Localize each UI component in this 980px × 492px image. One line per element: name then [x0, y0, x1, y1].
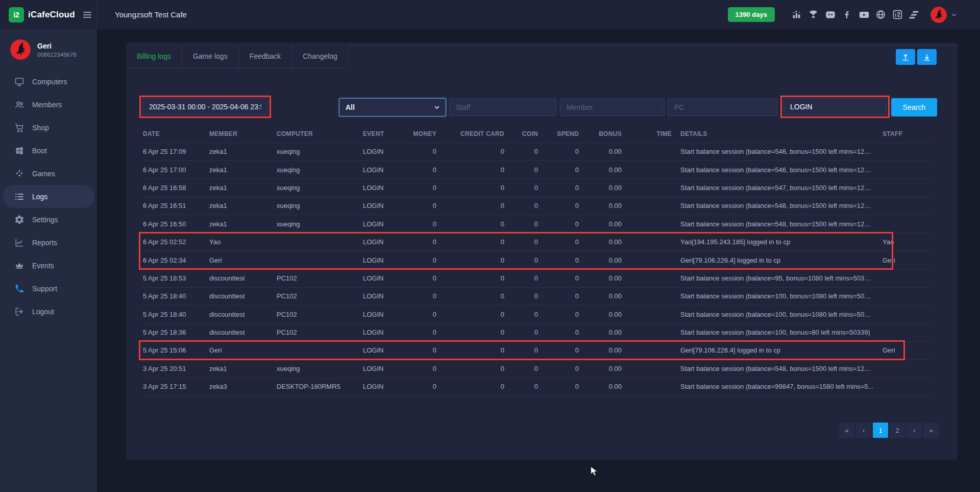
tab-feedback[interactable]: Feedback	[239, 45, 292, 67]
pc-input[interactable]	[668, 99, 777, 116]
last-page-button[interactable]: »	[923, 423, 939, 438]
facebook-icon[interactable]	[842, 9, 852, 20]
sidebar-item-label: Boot	[32, 147, 47, 155]
brand: i2 iCafeCloud	[0, 0, 97, 29]
logout-icon	[14, 307, 24, 317]
upload-icon	[901, 53, 910, 62]
avatar	[10, 39, 31, 60]
chart-icon	[14, 238, 24, 248]
discord-icon[interactable]	[825, 9, 836, 20]
sidebar-item-label: Shop	[32, 124, 49, 132]
days-remaining-badge[interactable]: 1390 days	[728, 7, 775, 22]
search-button[interactable]: Search	[891, 98, 937, 116]
user-name: Geri	[37, 42, 77, 50]
icafecloud-icon[interactable]	[892, 9, 903, 20]
sidebar-item-label: Reports	[32, 239, 57, 247]
tab-changelog[interactable]: Changelog	[292, 45, 348, 67]
youtube-icon[interactable]	[859, 9, 869, 20]
download-icon	[922, 53, 932, 62]
sidebar-item-shop[interactable]: Shop	[0, 116, 97, 139]
sidebar-item-settings[interactable]: Settings	[0, 208, 97, 231]
layers-icon[interactable]	[909, 9, 920, 20]
sidebar-item-members[interactable]: Members	[0, 93, 97, 116]
content-card: Billing logsGame logsFeedbackChangelog A…	[126, 42, 958, 460]
table-row: 5 Apr 25 18:40discounttestPC102LOGIN0000…	[143, 306, 932, 323]
hamburger-menu-icon[interactable]	[82, 9, 93, 20]
trophy-icon[interactable]	[808, 9, 819, 20]
table-row: 3 Apr 25 17:15zeka3DESKTOP-180RMR5LOGIN0…	[143, 378, 932, 395]
ranking-icon[interactable]	[791, 9, 802, 20]
table-row: 6 Apr 25 02:52YaoLOGIN00000.00Yao[194.19…	[143, 233, 932, 251]
table-row: 5 Apr 25 18:40discounttestPC102LOGIN0000…	[143, 287, 932, 305]
column-header-spend: SPEND	[538, 125, 579, 143]
chevron-down-icon[interactable]	[950, 11, 958, 18]
crown-icon	[14, 261, 24, 271]
sidebar-item-boot[interactable]: Boot	[0, 139, 97, 162]
brand-name: iCafeCloud	[28, 10, 75, 20]
sidebar-item-label: Settings	[32, 216, 58, 224]
gear-icon	[14, 215, 24, 225]
table-row: 6 Apr 25 16:51zeka1xueqingLOGIN00000.00S…	[143, 197, 932, 215]
next-page-button[interactable]: ›	[906, 423, 922, 438]
sidebar-item-label: Games	[32, 170, 55, 178]
column-header-money: MONEY	[403, 125, 436, 143]
date-range-input[interactable]	[142, 98, 268, 115]
column-header-coin: COIN	[504, 125, 538, 143]
user-avatar[interactable]	[930, 7, 947, 23]
table-row: 5 Apr 25 18:36discounttestPC102LOGIN0000…	[143, 323, 932, 341]
sidebar-item-label: Logout	[32, 308, 54, 316]
details-filter-input[interactable]	[783, 98, 887, 115]
sidebar-item-label: Logs	[32, 193, 47, 201]
icafecloud-logo-icon: i2	[9, 7, 24, 22]
table-row: 6 Apr 25 17:00zeka1xueqingLOGIN00000.00S…	[143, 160, 932, 178]
member-input[interactable]	[560, 99, 665, 116]
table-header-row: DATEMEMBERCOMPUTEREVENTMONEYCREDIT CARDC…	[143, 125, 932, 143]
column-header-credit-card: CREDIT CARD	[436, 125, 504, 143]
sidebar-item-logs[interactable]: Logs	[3, 185, 94, 208]
sidebar-item-games[interactable]: Games	[0, 162, 97, 185]
column-header-details: DETAILS	[672, 125, 874, 143]
tab-bar: Billing logsGame logsFeedbackChangelog	[126, 45, 349, 68]
page-1-button[interactable]: 1	[873, 423, 888, 438]
staff-input[interactable]	[449, 99, 556, 116]
tab-billing-logs[interactable]: Billing logs	[126, 45, 182, 67]
cafe-name: Youngzsoft Test Cafe	[115, 10, 187, 19]
pagination: «‹12›»	[839, 423, 939, 438]
sidebar-item-logout[interactable]: Logout	[0, 300, 97, 323]
column-header-staff: STAFF	[874, 125, 932, 143]
tab-game-logs[interactable]: Game logs	[182, 45, 239, 67]
mouse-cursor	[590, 466, 600, 477]
monitor-icon	[14, 77, 24, 87]
games-icon	[14, 169, 24, 179]
cart-icon	[14, 123, 24, 133]
prev-page-button[interactable]: ‹	[856, 423, 871, 438]
annotation-box-date	[139, 96, 271, 118]
first-page-button[interactable]: «	[839, 423, 854, 438]
user-phone: 008612345678	[37, 52, 77, 58]
sidebar-user: Geri 008612345678	[0, 29, 97, 68]
sidebar-item-label: Computers	[32, 78, 67, 86]
topbar-right: 1390 days	[728, 7, 980, 23]
column-header-time: TIME	[622, 125, 672, 143]
sidebar-item-support[interactable]: Support	[0, 277, 97, 300]
export-upload-button[interactable]	[896, 49, 915, 65]
globe-icon[interactable]	[875, 9, 886, 20]
sidebar: Geri 008612345678 ComputersMembersShopBo…	[0, 29, 97, 492]
sidebar-item-events[interactable]: Events	[0, 254, 97, 277]
table-row: 5 Apr 25 15:06GeriLOGIN00000.00Geri[79.1…	[143, 341, 932, 359]
table-row: 3 Apr 25 20:51zeka1xueqingLOGIN00000.00S…	[143, 360, 932, 378]
page-2-button[interactable]: 2	[890, 423, 905, 438]
sidebar-item-label: Events	[32, 262, 54, 270]
column-header-bonus: BONUS	[579, 125, 622, 143]
table-row: 5 Apr 25 18:53discounttestPC102LOGIN0000…	[143, 269, 932, 287]
windows-icon	[14, 146, 24, 156]
table-row: 6 Apr 25 16:58zeka1xueqingLOGIN00000.00S…	[143, 179, 932, 197]
users-icon	[14, 100, 24, 110]
event-type-select[interactable]: All	[339, 98, 446, 116]
billing-logs-table-wrap: DATEMEMBERCOMPUTEREVENTMONEYCREDIT CARDC…	[143, 125, 932, 396]
sidebar-item-computers[interactable]: Computers	[0, 70, 97, 93]
sidebar-item-reports[interactable]: Reports	[0, 231, 97, 254]
column-header-member: MEMBER	[209, 125, 277, 143]
sidebar-item-label: Support	[32, 285, 57, 293]
export-download-button[interactable]	[917, 49, 937, 65]
